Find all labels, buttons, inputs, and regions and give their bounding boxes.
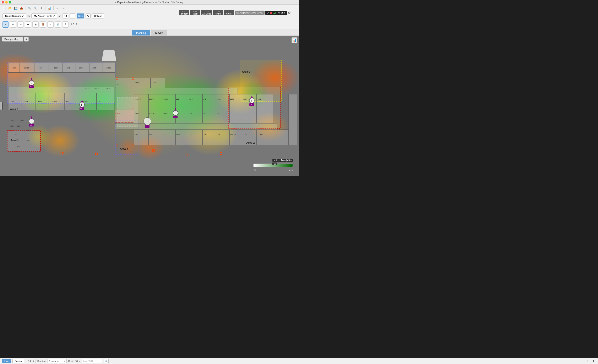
maximize-button[interactable] — [9, 1, 11, 4]
svg-rect-53 — [229, 130, 243, 145]
svg-text:109B: 109B — [92, 67, 96, 69]
svg-text:117A/B: 117A/B — [257, 133, 263, 135]
area-multi-tool[interactable]: ⊟ — [17, 21, 24, 28]
tab-planning[interactable]: Planning — [132, 30, 150, 35]
svg-text:100S2: 100S2 — [116, 113, 121, 114]
svg-rect-39 — [189, 109, 202, 123]
svg-text:100L1: 100L1 — [134, 113, 139, 114]
door-tool[interactable]: 🚪 — [40, 21, 46, 28]
svg-text:100C2: 100C2 — [85, 88, 90, 90]
zoom-in-button[interactable]: 🔍 — [27, 6, 32, 11]
access-points-select[interactable]: My Access Points — [31, 14, 57, 18]
svg-text:104C/D: 104C/D — [24, 67, 29, 69]
open-button[interactable]: 📂 — [8, 6, 12, 11]
svg-rect-50 — [189, 130, 202, 145]
view-tabs: Planning Survey — [0, 29, 299, 36]
stairs-tool[interactable]: ≡ — [47, 21, 54, 28]
wall-type-tool[interactable]: ▦ — [32, 21, 39, 28]
toolbar-file: 📄 📂 💾 📤 🔍 🔍 ⊞ 📊 ↩ ↪ S.Str. -50dBm SNR 50… — [0, 5, 299, 12]
aps-label: #APs — [214, 11, 222, 13]
map-tab-example[interactable]: Example Map ▼ — [2, 37, 23, 41]
ssrt-value: -50dBm — [180, 13, 188, 15]
signal-strength-stat: S.Str. -50dBm — [179, 10, 189, 15]
toolbar-drawing: ↖ ⊞ ⊟ ━ ▦ 🚪 ≡ 📡 A 1:611 — [0, 20, 299, 29]
svg-rect-32 — [216, 94, 229, 109]
map-container[interactable]: 104L 104C/D 106 108A 108B 109A 109B 100L… — [0, 36, 299, 176]
svg-rect-141 — [116, 145, 118, 147]
signal-indicator: 24 5 -48 dBm — [265, 11, 287, 15]
svg-text:119: 119 — [274, 133, 277, 135]
svg-text:100LD1: 100LD1 — [134, 81, 141, 83]
svg-text:Area-2: Area-2 — [246, 141, 255, 144]
minimize-button[interactable] — [5, 1, 8, 4]
refresh-button[interactable]: ↻ — [85, 14, 91, 18]
map-tab-label: Example Map — [4, 38, 18, 40]
svg-text:108A: 108A — [54, 67, 58, 69]
svg-text:107: 107 — [66, 100, 69, 102]
freq-24-button[interactable]: 2.4 — [62, 14, 68, 18]
freq-both-button[interactable]: Both — [77, 14, 84, 18]
svg-rect-144 — [132, 145, 134, 147]
svg-text:100LD2: 100LD2 — [106, 67, 111, 69]
add-map-tab-button[interactable]: + — [24, 37, 29, 41]
svg-text:101A: 101A — [15, 140, 19, 141]
svg-text:109A: 109A — [79, 67, 83, 69]
new-button[interactable]: 📄 — [2, 6, 7, 11]
svg-rect-45 — [115, 123, 277, 130]
save-button[interactable]: 💾 — [13, 6, 18, 11]
freq-5-button[interactable]: 5 — [70, 14, 75, 18]
undo-button[interactable]: ↩ — [55, 6, 60, 11]
svg-rect-28 — [162, 94, 175, 109]
svg-text:36: 36 — [80, 108, 82, 110]
label-tool[interactable]: A — [62, 21, 68, 28]
svg-text:36: 36 — [146, 126, 147, 128]
chart-button[interactable]: 📊 — [47, 6, 52, 11]
svg-text:114A: 114A — [189, 98, 193, 100]
export-button[interactable]: 📤 — [19, 6, 24, 11]
svg-text:101T: 101T — [17, 146, 21, 147]
svg-marker-165 — [102, 50, 116, 61]
svg-rect-56 — [273, 130, 289, 145]
window-controls — [2, 1, 11, 4]
svg-text:1028: 1028 — [20, 120, 24, 121]
floor-plan-svg: 104L 104C/D 106 108A 108B 109A 109B 100L… — [0, 36, 299, 176]
svg-text:1: 1 — [81, 104, 82, 106]
svg-text:1: 1 — [251, 100, 252, 102]
svg-text:100CP1: 100CP1 — [134, 98, 141, 100]
svg-text:115: 115 — [189, 133, 192, 135]
close-button[interactable] — [2, 1, 4, 4]
svg-rect-41 — [216, 109, 229, 123]
snr-value: 50dB — [191, 13, 199, 15]
left-collapse-button[interactable]: ‹ — [0, 102, 2, 110]
cursor-tool[interactable]: ↖ — [2, 21, 9, 28]
svg-text:111: 111 — [176, 98, 179, 100]
wall-tool[interactable]: ━ — [25, 21, 31, 28]
access-points-dropdown[interactable]: My Access Points — [33, 15, 55, 17]
signal-type-select[interactable]: Signal Strength — [2, 14, 26, 18]
legend-bar: Voice + Data | dBm -67 -80 >= 0 — [247, 159, 293, 172]
redo-button[interactable]: ↪ — [61, 6, 66, 11]
svg-text:1018: 1018 — [11, 120, 14, 121]
zoom-fit-button[interactable]: ⊞ — [39, 6, 44, 11]
map-tab-dropdown-icon[interactable]: ▼ — [19, 38, 21, 40]
svg-rect-30 — [189, 94, 202, 109]
chart-icon-button[interactable]: 📊 — [291, 37, 297, 43]
legend-marker-label: -67 — [272, 162, 277, 165]
svg-rect-55 — [257, 130, 273, 145]
zoom-out-button[interactable]: 🔍 — [33, 6, 38, 11]
for-label: for — [27, 15, 30, 17]
ap-place-tool[interactable]: 📡 — [55, 21, 61, 28]
svg-rect-21 — [115, 78, 134, 110]
legend-min: -80 — [253, 169, 256, 172]
settings-button[interactable]: ⚙ — [288, 11, 291, 15]
signal-num: 24 5 — [267, 12, 272, 14]
svg-rect-151 — [62, 153, 64, 154]
tab-survey[interactable]: Survey — [151, 30, 167, 35]
svg-rect-15 — [22, 93, 35, 110]
area-grid-tool[interactable]: ⊞ — [10, 21, 16, 28]
signal-type-dropdown[interactable]: Signal Strength — [4, 15, 24, 17]
svg-text:1: 1 — [174, 112, 175, 114]
svg-rect-149 — [185, 154, 187, 156]
options-button[interactable]: Options — [92, 14, 104, 18]
svg-rect-26 — [134, 94, 149, 109]
